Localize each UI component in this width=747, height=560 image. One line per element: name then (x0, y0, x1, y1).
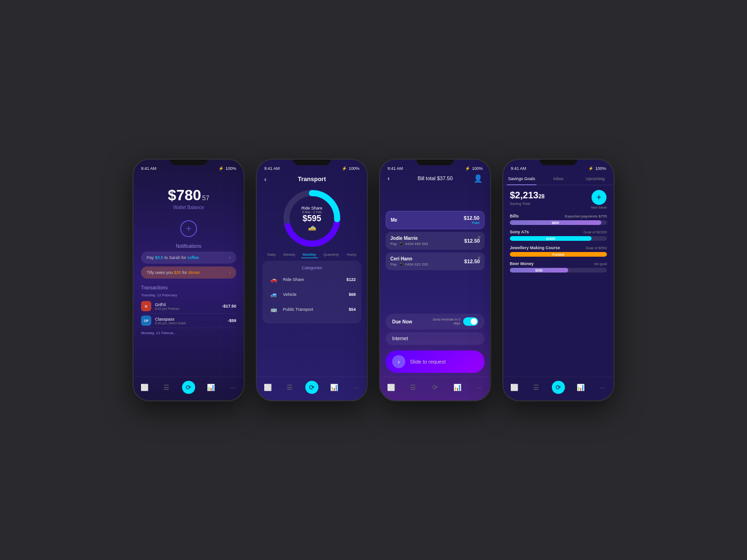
nav-more-icon-3[interactable]: ··· (472, 381, 486, 394)
bill-person-jodie: ✕ Jodie Marrie Pay 📱 0434 445 543 $12.50 (386, 232, 485, 250)
jewellery-progress-label: Funded (552, 253, 564, 256)
bills-sub: Expected payments $755 (565, 214, 607, 218)
period-monthly[interactable]: Monthly (301, 252, 318, 258)
slide-request-btn[interactable]: › Slide to request (386, 350, 485, 373)
status-bar-1: 9:41 AM ⚡ 100% (134, 160, 244, 173)
battery-2: 100% (349, 166, 359, 171)
nav-chart-icon[interactable]: 📊 (204, 381, 217, 394)
person1-amount: $12.50 (464, 215, 479, 221)
category-rideshare: 🚗 Ride Share $122 (268, 274, 356, 285)
nav-chart-icon-2[interactable]: 📊 (327, 381, 340, 394)
jewellery-title: Jewellery Making Course (510, 245, 560, 250)
period-yearly[interactable]: Yearly (344, 252, 358, 258)
nav-list-icon-4[interactable]: ☰ (530, 381, 543, 394)
beer-fill: $550 (510, 268, 568, 273)
donut-center: Ride Share 3 Mar - 2 Feb $595 🚕 (301, 206, 322, 231)
new-saver-button[interactable]: + (592, 190, 606, 205)
sony-row: Sony A7s Goal of $2200 (510, 230, 607, 234)
jewellery-row: Jewellery Making Course Goal of $550 (510, 245, 607, 250)
jewellery-progress-bar: Funded (510, 252, 607, 257)
trans-date-1: Tuesday, 12 February (141, 293, 236, 297)
nav-more-icon-2[interactable]: ··· (349, 381, 362, 394)
status-bar-2: 9:41 AM ⚡ 100% (257, 160, 367, 173)
nav-wallet-icon-3[interactable]: ⬜ (385, 381, 398, 394)
notifications-section: Notifications Pay $3.5 to Sarah for coff… (141, 244, 236, 281)
tab-inbox[interactable]: Inbox (540, 173, 577, 185)
tab-savings-goals[interactable]: Savings Goals (503, 173, 540, 185)
trans-logo-1: G (141, 301, 151, 311)
internet-label: Internet (392, 336, 408, 341)
wallet-content: $78057 Wallet Balance + Notifications Pa… (134, 173, 244, 377)
nav-more-icon[interactable]: ··· (226, 381, 239, 394)
donut-date: 3 Mar - 2 Feb (302, 210, 322, 214)
due-reminder: Send reminder in 3 days (432, 318, 460, 326)
nav-list-icon-3[interactable]: ☰ (407, 381, 420, 394)
donut-container: Ride Share 3 Mar - 2 Feb $595 🚕 (257, 188, 367, 249)
nav-list-icon[interactable]: ☰ (160, 381, 173, 394)
bills-goal: Bills Expected payments $755 $800 (510, 214, 607, 225)
bills-progress-bar: $800 (510, 220, 607, 225)
back-button-3[interactable]: ‹ (388, 175, 390, 182)
nav-more-icon-4[interactable]: ··· (596, 381, 609, 394)
nav-chart-icon-4[interactable]: 📊 (574, 381, 587, 394)
nav-wallet-icon[interactable]: ⬜ (138, 381, 151, 394)
battery-3: 100% (472, 166, 483, 171)
beer-goal: Beer Money No goal $550 (510, 261, 607, 273)
nav-transfer-icon-2[interactable]: ⟳ (305, 381, 318, 394)
nav-transfer-icon-4[interactable]: ⟳ (552, 381, 565, 394)
back-button-2[interactable]: ‹ (264, 175, 267, 183)
bottom-nav-2: ⬜ ☰ ⟳ 📊 ··· (257, 377, 367, 400)
nav-transfer-icon[interactable]: ⟳ (182, 381, 195, 394)
period-quarterly[interactable]: Quarterly (322, 252, 341, 258)
battery-1: 100% (226, 166, 236, 171)
sony-sub: Goal of $2200 (584, 230, 607, 234)
new-saver-label: New Saver (591, 206, 607, 209)
tab-upcoming[interactable]: Upcoming (577, 173, 613, 185)
bottom-nav-1: ⬜ ☰ ⟳ 📊 ··· (134, 377, 244, 400)
cat2-name: Vehicle (283, 292, 345, 297)
period-tabs: Daily Weekly Monthly Quarterly Yearly (257, 252, 367, 258)
nav-wallet-icon-4[interactable]: ⬜ (508, 381, 521, 394)
period-daily[interactable]: Daily (266, 252, 278, 258)
savings-whole: $2,213 (510, 190, 538, 200)
nav-wallet-icon-2[interactable]: ⬜ (261, 381, 275, 394)
categories-title: Categories (268, 266, 356, 270)
phone-wallet: 9:41 AM ⚡ 100% $78057 Wallet Balance + N… (133, 159, 245, 401)
bill-header: ‹ Bill total $37.50 👤 (380, 173, 490, 184)
due-toggle[interactable] (463, 317, 478, 326)
bluetooth-icon-1: ⚡ (218, 166, 224, 171)
person2-name: Jodie Marrie (390, 236, 428, 241)
person-icon: 👤 (473, 174, 483, 183)
screen-container: 9:41 AM ⚡ 100% $78057 Wallet Balance + N… (114, 140, 633, 420)
bluetooth-icon-4: ⚡ (588, 166, 593, 171)
trans-date-2: Monday, 11 Februa... (141, 331, 236, 335)
add-button[interactable]: + (180, 220, 197, 237)
cat3-amount: $54 (349, 307, 356, 312)
wallet-balance-section: $78057 Wallet Balance (168, 187, 210, 210)
close-ceri[interactable]: ✕ (477, 255, 481, 260)
beer-row: Beer Money No goal (510, 261, 607, 266)
bill-content: Me $12.50 Paid ✕ Jodie Marrie Pay 📱 (380, 207, 490, 312)
beer-progress-label: $550 (536, 269, 543, 272)
transactions-title: Transactions (141, 285, 236, 290)
notif-2-text: Tilly owes you $35 for dinner (147, 270, 200, 275)
period-weekly[interactable]: Weekly (281, 252, 297, 258)
nav-transfer-icon-3[interactable]: ⟳ (429, 381, 442, 394)
savings-amount: $2,21328 (510, 190, 545, 201)
close-jodie[interactable]: ✕ (477, 235, 481, 240)
notif-2-arrow: › (229, 270, 231, 275)
trans-info-2: Classpass 6:30 pm, Direct Debit (155, 317, 224, 325)
person3-phone: 0434 322 233 (405, 262, 428, 266)
beer-sub: No goal (594, 262, 607, 266)
internet-row[interactable]: Internet (386, 332, 485, 345)
phone-transport: 9:41 AM ⚡ 100% ‹ Transport Ride Share 3 … (256, 159, 368, 401)
bills-fill: $800 (510, 220, 601, 225)
nav-chart-icon-3[interactable]: 📊 (451, 381, 464, 394)
category-vehicle: 🚙 Vehicle $68 (268, 289, 356, 300)
nav-list-icon-2[interactable]: ☰ (283, 381, 296, 394)
savings-label: Saving Total (510, 202, 545, 206)
notification-1[interactable]: Pay $3.5 to Sarah for coffee › (141, 252, 236, 264)
due-section: Due Now Send reminder in 3 days Internet (386, 314, 485, 349)
notification-2[interactable]: Tilly owes you $35 for dinner › (141, 266, 236, 279)
cat1-name: Ride Share (283, 277, 343, 282)
